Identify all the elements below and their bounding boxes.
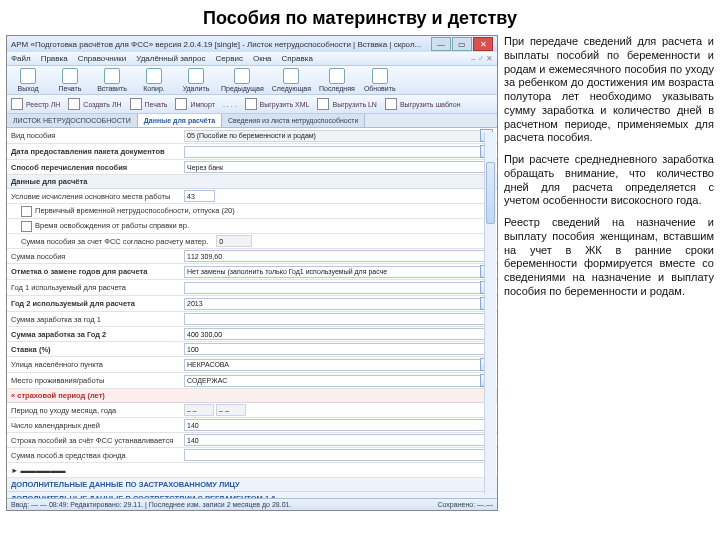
paragraph-3: Реестр сведений на назначение и выплату … <box>504 216 714 299</box>
lbl-year1: Год 1 используемый для расчета <box>7 282 180 293</box>
lbl-period: Период по уходу месяца, года <box>7 405 180 416</box>
rate-field[interactable]: 100 <box>184 343 493 355</box>
doc-icon <box>317 98 329 110</box>
lbl-rate: Ставка (%) <box>7 344 180 355</box>
menu-ref[interactable]: Справочники <box>78 54 126 63</box>
tb2-import[interactable]: Импорт <box>175 98 214 110</box>
menu-service[interactable]: Сервис <box>216 54 243 63</box>
trash-icon <box>188 68 204 84</box>
lbl-days3: Сумма пособ.в средствах фонда <box>7 450 180 461</box>
paragraph-1: При передаче сведений для расчета и выпл… <box>504 35 714 145</box>
main-toolbar: Выход Печать Вставить Копир. Удалить Пре… <box>7 66 497 95</box>
year1-field[interactable] <box>184 282 481 294</box>
menu-windows[interactable]: Окна <box>253 54 272 63</box>
lbl-days2: Строка пособий за счёт ФСС устанавливает… <box>7 435 180 446</box>
print-icon <box>62 68 78 84</box>
maximize-button[interactable]: ▭ <box>452 37 472 51</box>
menu-file[interactable]: Файл <box>11 54 31 63</box>
tb-last[interactable]: Последняя <box>319 68 355 92</box>
tb2-create[interactable]: Создать ЛН <box>68 98 121 110</box>
title-bar: АРМ «Подготовка расчётов для ФСС» версия… <box>7 36 497 52</box>
copy-icon <box>146 68 162 84</box>
tab-ln[interactable]: ЛИСТОК НЕТРУДОСПОСОБНОСТИ <box>7 114 138 127</box>
tb-exit[interactable]: Выход <box>11 68 45 92</box>
next-icon <box>283 68 299 84</box>
status-left: Ввод: — — 08:49: Редактировано: 29.11. |… <box>11 501 291 508</box>
window-title: АРМ «Подготовка расчётов для ФСС» версия… <box>11 40 421 49</box>
replace-field[interactable]: Нет замены (заполнить только Год1 исполь… <box>184 266 481 278</box>
scroll-thumb[interactable] <box>486 162 495 224</box>
row3-label: Сумма пособия за счет ФСС согласно расче… <box>7 236 212 247</box>
lbl-addr: Улица населённого пункта <box>7 359 180 370</box>
sum2-field[interactable]: 400 300,00 <box>184 328 493 340</box>
tb-insert[interactable]: Вставить <box>95 68 129 92</box>
tb-print[interactable]: Печать <box>53 68 87 92</box>
menu-remote[interactable]: Удалённый запрос <box>136 54 205 63</box>
checkbox-1[interactable] <box>21 206 32 217</box>
days3-field[interactable] <box>184 449 493 461</box>
side-text: При передаче сведений для расчета и выпл… <box>504 35 714 511</box>
last-icon <box>329 68 345 84</box>
section-insured: « страховой период (лет) <box>7 389 497 403</box>
lbl-sum2: Сумма заработка за Год 2 <box>7 329 180 340</box>
lbl-doc-date: Дата предоставления пакета документов <box>7 146 180 157</box>
tb-next[interactable]: Следующая <box>272 68 311 92</box>
doc-date-field[interactable] <box>184 146 481 158</box>
minimize-button[interactable]: — <box>431 37 451 51</box>
tb-delete[interactable]: Удалить <box>179 68 213 92</box>
prev-icon <box>234 68 250 84</box>
tb-prev[interactable]: Предыдущая <box>221 68 264 92</box>
lbl-pay-method: Способ перечисления пособия <box>7 162 180 173</box>
menu-help[interactable]: Справка <box>282 54 313 63</box>
addr-field[interactable]: НЕКРАСОВА <box>184 359 481 371</box>
period-m[interactable]: – – <box>184 404 214 416</box>
menu-edit[interactable]: Правка <box>41 54 68 63</box>
tb2-print[interactable]: Печать <box>130 98 168 110</box>
sum1-field[interactable] <box>184 313 493 325</box>
tb2-exp-xml[interactable]: Выгрузить XML <box>245 98 310 110</box>
tb-refresh[interactable]: Обновить <box>363 68 397 92</box>
vertical-scrollbar[interactable] <box>484 132 496 494</box>
row2-label: Время освобождения от работы справки вр. <box>35 221 189 230</box>
tab-ln-info[interactable]: Сведения из листа нетрудоспособности <box>222 114 365 127</box>
tpl-icon <box>385 98 397 110</box>
list-icon <box>11 98 23 110</box>
tb2-exp-ln[interactable]: Выгрузить LN <box>317 98 376 110</box>
addr2-field[interactable]: СОДЕРЖАС <box>184 375 481 387</box>
lbl-addr2: Место проживания/работы <box>7 375 180 386</box>
row1-label: Первичный временной нетрудоспособности, … <box>35 206 235 215</box>
period-y[interactable]: – – <box>216 404 246 416</box>
days2-field[interactable]: 140 <box>184 434 493 446</box>
menu-bar: Файл Правка Справочники Удалённый запрос… <box>7 52 497 66</box>
printer-icon <box>130 98 142 110</box>
section-extra1[interactable]: ДОПОЛНИТЕЛЬНЫЕ ДАННЫЕ ПО ЗАСТРАХОВАННОМУ… <box>7 478 497 492</box>
tb2-registry[interactable]: Реестр ЛН <box>11 98 60 110</box>
lbl-benefit-type: Вид пособия <box>7 130 180 141</box>
import-icon <box>175 98 187 110</box>
tb2-exp-tpl[interactable]: Выгрузить шаблон <box>385 98 461 110</box>
secondary-toolbar: Реестр ЛН Создать ЛН Печать Импорт . . .… <box>7 95 497 114</box>
main-job-field[interactable]: 43 <box>184 190 215 202</box>
slide-title: Пособия по материнству и детству <box>0 8 720 29</box>
lbl-year2: Год 2 используемый для расчета <box>7 298 180 309</box>
amount-field[interactable]: 112 309,60 <box>184 250 493 262</box>
days1-field[interactable]: 140 <box>184 419 493 431</box>
small-field[interactable]: 0 <box>216 235 252 247</box>
section-calc: Данные для расчёта <box>7 175 497 189</box>
exit-icon <box>20 68 36 84</box>
year2-field[interactable]: 2013 <box>184 298 481 310</box>
status-bar: Ввод: — — 08:49: Редактировано: 29.11. |… <box>7 498 497 510</box>
new-icon <box>68 98 80 110</box>
tb-copy[interactable]: Копир. <box>137 68 171 92</box>
form-area: Вид пособия05 (Пособие по беременности и… <box>7 128 497 498</box>
status-right: Сохранено: —.— <box>437 501 493 508</box>
lbl-replace: Отметка о замене годов для расчета <box>7 266 180 277</box>
tab-calc-data[interactable]: Данные для расчёта <box>138 114 222 127</box>
lbl-days1: Число календарных дней <box>7 420 180 431</box>
close-button[interactable]: ✕ <box>473 37 493 51</box>
lbl-sum1: Сумма заработка за год 1 <box>7 314 180 325</box>
benefit-type-field[interactable]: 05 (Пособие по беременности и родам) <box>184 130 481 142</box>
pay-method-field[interactable]: Через банк <box>184 161 493 173</box>
xml-icon <box>245 98 257 110</box>
checkbox-2[interactable] <box>21 221 32 232</box>
